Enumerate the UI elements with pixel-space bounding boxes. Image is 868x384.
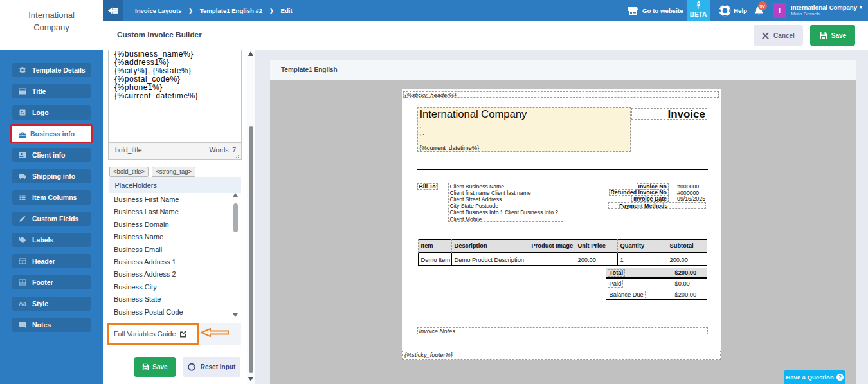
svg-text:Aa: Aa <box>19 300 27 307</box>
